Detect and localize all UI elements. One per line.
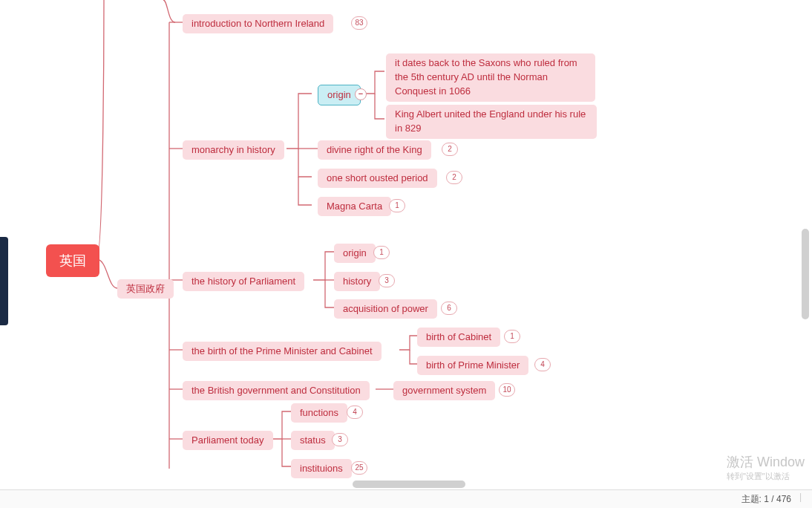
watermark-line1: 激活 Window: [727, 453, 805, 471]
node-magna-carta[interactable]: Magna Carta: [318, 197, 391, 216]
node-parliament-today[interactable]: Parliament today: [183, 431, 273, 450]
count-badge[interactable]: 83: [351, 16, 367, 30]
status-divider: |: [799, 492, 802, 502]
mindmap-canvas[interactable]: 英国 英国政府 introduction to Northern Ireland…: [0, 0, 812, 508]
node-parliament-origin[interactable]: origin: [334, 244, 376, 263]
node-functions[interactable]: functions: [291, 403, 347, 423]
node-divine-right[interactable]: divine right of the King: [318, 140, 431, 160]
node-birth-pm[interactable]: birth of Prime Minister: [417, 356, 528, 375]
watermark-line2: 转到"设置"以激活: [727, 471, 805, 482]
count-badge[interactable]: 2: [446, 171, 462, 184]
node-birth-cabinet[interactable]: birth of Cabinet: [417, 328, 500, 347]
count-badge[interactable]: 2: [442, 143, 458, 156]
side-panel-handle[interactable]: [0, 237, 8, 325]
count-badge[interactable]: 1: [389, 199, 405, 212]
status-sep: /: [769, 494, 776, 504]
node-history-parliament[interactable]: the history of Parliament: [183, 272, 304, 291]
root-node[interactable]: 英国: [46, 244, 99, 277]
leaf-node[interactable]: it dates back to the Saxons who ruled fr…: [386, 53, 595, 102]
count-badge[interactable]: 10: [499, 383, 515, 397]
count-badge[interactable]: 4: [347, 406, 363, 419]
horizontal-scrollbar[interactable]: [353, 481, 465, 488]
count-badge[interactable]: 3: [379, 274, 395, 287]
node-ousted-period[interactable]: one short ousted period: [318, 169, 437, 188]
count-badge[interactable]: 1: [373, 246, 390, 259]
node-institutions[interactable]: instituions: [291, 459, 352, 478]
status-total: 476: [776, 494, 791, 504]
count-badge[interactable]: 3: [332, 433, 348, 446]
status-current: 1: [764, 494, 769, 504]
node-monarchy-in-history[interactable]: monarchy in history: [183, 140, 284, 160]
node-uk-government[interactable]: 英国政府: [117, 279, 174, 299]
count-badge[interactable]: 1: [504, 330, 520, 343]
count-badge[interactable]: 25: [351, 461, 367, 475]
node-birth-pm-cabinet[interactable]: the birth of the Prime Minister and Cabi…: [183, 342, 382, 361]
collapse-toggle[interactable]: −: [355, 88, 367, 100]
status-bar: 主题: 1 / 476 |: [0, 489, 812, 508]
node-acquisition-power[interactable]: acquisition of power: [334, 299, 437, 319]
windows-activation-watermark: 激活 Window 转到"设置"以激活: [727, 453, 805, 482]
topic-counter: 主题: 1 / 476: [741, 493, 791, 506]
node-parliament-history[interactable]: history: [334, 272, 380, 291]
node-intro-northern-ireland[interactable]: introduction to Northern Ireland: [183, 14, 333, 33]
count-badge[interactable]: 6: [441, 302, 457, 315]
node-gov-system[interactable]: government system: [393, 381, 495, 400]
leaf-node[interactable]: King Albert united the England under his…: [386, 105, 597, 139]
count-badge[interactable]: 4: [534, 358, 551, 371]
vertical-scrollbar[interactable]: [802, 229, 809, 319]
node-british-gov-constitution[interactable]: the British government and Constitution: [183, 381, 370, 400]
status-prefix: 主题:: [741, 494, 764, 504]
node-status[interactable]: status: [291, 431, 335, 450]
